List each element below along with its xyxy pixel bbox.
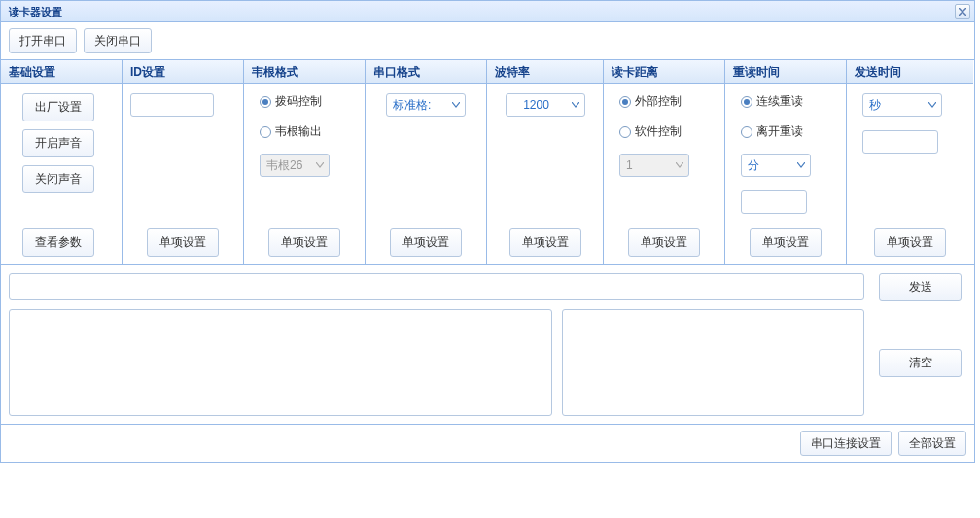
- reread-unit-text: 分: [742, 157, 792, 174]
- toolbar: 打开串口 关闭串口: [1, 22, 974, 60]
- col-header-distance: 读卡距离: [604, 60, 724, 84]
- settings-columns: 基础设置 出厂设置 开启声音 关闭声音 查看参数 ID设置 单项设置: [1, 60, 974, 265]
- open-port-button[interactable]: 打开串口: [9, 28, 77, 53]
- col-header-id: ID设置: [122, 60, 243, 84]
- chevron-down-icon[interactable]: [447, 94, 465, 116]
- baud-text: 1200: [507, 98, 567, 112]
- log-textarea-left[interactable]: [9, 309, 552, 416]
- wiegand-select: 韦根26: [260, 154, 330, 177]
- footer: 串口连接设置 全部设置: [1, 424, 974, 462]
- col-header-reread: 重读时间: [725, 60, 846, 84]
- wiegand-output-radio[interactable]: [260, 126, 271, 138]
- software-control-radio[interactable]: [619, 126, 631, 138]
- distance-single-button[interactable]: 单项设置: [628, 228, 700, 257]
- leave-reread-radio-row[interactable]: 离开重读: [733, 123, 838, 140]
- software-control-label: 软件控制: [635, 123, 682, 140]
- distance-text: 1: [620, 158, 671, 172]
- titlebar: 读卡器设置: [1, 1, 974, 22]
- chevron-down-icon: [311, 155, 329, 176]
- external-control-radio-row[interactable]: 外部控制: [612, 93, 717, 110]
- dial-control-radio[interactable]: [260, 96, 271, 108]
- distance-select: 1: [619, 154, 689, 177]
- software-control-radio-row[interactable]: 软件控制: [612, 123, 717, 140]
- serial-fmt-text: 标准格:: [387, 97, 447, 114]
- sound-on-button[interactable]: 开启声音: [22, 129, 94, 157]
- chevron-down-icon: [671, 155, 688, 176]
- chevron-down-icon[interactable]: [792, 155, 810, 176]
- serial-fmt-select[interactable]: 标准格:: [386, 93, 466, 117]
- wiegand-select-text: 韦根26: [261, 157, 311, 174]
- leave-reread-radio[interactable]: [741, 126, 752, 138]
- col-header-serial-fmt: 串口格式: [366, 60, 486, 84]
- send-button[interactable]: 发送: [879, 273, 962, 301]
- col-send-time: 发送时间 秒 单项设置: [847, 60, 973, 264]
- reread-value-input[interactable]: [741, 190, 807, 214]
- baud-select[interactable]: 1200: [506, 93, 585, 117]
- col-header-basic: 基础设置: [1, 60, 122, 84]
- col-id: ID设置 单项设置: [122, 60, 244, 264]
- col-distance: 读卡距离 外部控制 软件控制 1: [604, 60, 725, 264]
- col-basic: 基础设置 出厂设置 开启声音 关闭声音 查看参数: [1, 60, 122, 264]
- log-textarea-right[interactable]: [562, 309, 864, 416]
- send-time-value-input[interactable]: [862, 130, 938, 154]
- wiegand-output-radio-row[interactable]: 韦根输出: [252, 123, 357, 140]
- col-wiegand: 韦根格式 拨码控制 韦根输出 韦根26: [244, 60, 366, 264]
- command-input[interactable]: [9, 273, 864, 300]
- view-params-button[interactable]: 查看参数: [22, 228, 94, 257]
- window-title: 读卡器设置: [9, 6, 62, 17]
- card-reader-settings-window: 读卡器设置 打开串口 关闭串口 基础设置 出厂设置 开启声音 关闭声音 查看参数…: [0, 0, 975, 463]
- baud-single-button[interactable]: 单项设置: [509, 228, 581, 257]
- reread-single-button[interactable]: 单项设置: [750, 228, 822, 257]
- col-reread: 重读时间 连续重读 离开重读 分: [725, 60, 847, 264]
- col-baud: 波特率 1200 单项设置: [487, 60, 604, 264]
- all-settings-button[interactable]: 全部设置: [898, 431, 966, 456]
- wiegand-single-button[interactable]: 单项设置: [268, 228, 340, 257]
- serial-settings-button[interactable]: 串口连接设置: [800, 431, 892, 456]
- sound-off-button[interactable]: 关闭声音: [22, 165, 94, 193]
- id-single-button[interactable]: 单项设置: [147, 228, 219, 257]
- dial-control-radio-row[interactable]: 拨码控制: [252, 93, 357, 110]
- close-port-button[interactable]: 关闭串口: [84, 28, 152, 53]
- bottom-area: 发送 清空: [1, 265, 974, 424]
- dial-control-label: 拨码控制: [275, 93, 322, 110]
- col-header-baud: 波特率: [487, 60, 603, 84]
- continuous-reread-radio[interactable]: [741, 96, 752, 108]
- continuous-reread-radio-row[interactable]: 连续重读: [733, 93, 838, 110]
- send-time-single-button[interactable]: 单项设置: [874, 228, 946, 257]
- clear-button[interactable]: 清空: [879, 349, 962, 377]
- col-header-wiegand: 韦根格式: [244, 60, 365, 84]
- wiegand-output-label: 韦根输出: [275, 123, 322, 140]
- serial-fmt-single-button[interactable]: 单项设置: [390, 228, 462, 257]
- external-control-label: 外部控制: [635, 93, 682, 110]
- col-serial-fmt: 串口格式 标准格: 单项设置: [366, 60, 487, 264]
- col-header-send-time: 发送时间: [847, 60, 973, 84]
- chevron-down-icon[interactable]: [567, 94, 584, 116]
- reread-unit-select[interactable]: 分: [741, 154, 811, 177]
- id-input[interactable]: [130, 93, 214, 117]
- continuous-reread-label: 连续重读: [756, 93, 803, 110]
- send-time-unit-select[interactable]: 秒: [862, 93, 942, 117]
- chevron-down-icon[interactable]: [924, 94, 941, 116]
- external-control-radio[interactable]: [619, 96, 631, 108]
- leave-reread-label: 离开重读: [756, 123, 803, 140]
- send-time-unit-text: 秒: [863, 97, 924, 114]
- close-icon[interactable]: [955, 4, 970, 19]
- factory-reset-button[interactable]: 出厂设置: [22, 93, 94, 121]
